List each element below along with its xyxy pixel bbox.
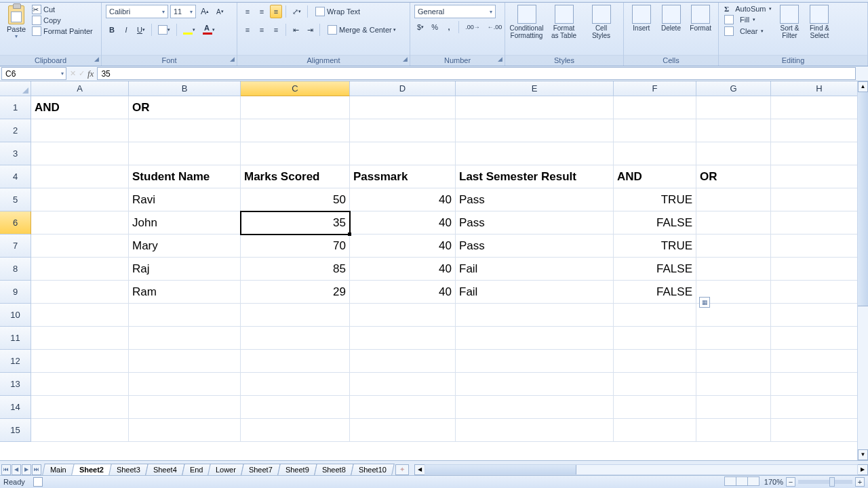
cell-B6[interactable]: John (129, 211, 241, 235)
cell-C5[interactable]: 50 (241, 188, 350, 211)
cell-G14[interactable] (696, 396, 771, 419)
cell-G13[interactable] (696, 373, 771, 396)
cell-G6[interactable] (696, 211, 771, 235)
cell-H14[interactable] (771, 396, 868, 419)
cell-B5[interactable]: Ravi (129, 188, 241, 211)
cell-E9[interactable]: Fail (456, 281, 614, 304)
number-format-dropdown[interactable]: General▾ (414, 5, 496, 18)
tab-nav-next-icon[interactable]: ▶ (22, 464, 31, 475)
fill-button[interactable]: Fill ▾ (724, 15, 772, 24)
cell-B15[interactable] (129, 419, 241, 442)
cell-F5[interactable]: TRUE (614, 188, 696, 211)
sheet-tab-sheet2[interactable]: Sheet2 (71, 464, 112, 475)
name-box[interactable]: C6▾ (1, 67, 66, 80)
cell-A5[interactable] (31, 188, 129, 211)
cell-F12[interactable] (614, 350, 696, 373)
cell-H13[interactable] (771, 373, 868, 396)
cell-E10[interactable] (456, 304, 614, 327)
cell-F8[interactable]: FALSE (614, 258, 696, 281)
cell-C9[interactable]: 29 (241, 281, 350, 304)
cell-G1[interactable] (696, 96, 771, 119)
cell-F14[interactable] (614, 396, 696, 419)
dialog-launcher-icon[interactable]: ◢ (94, 56, 99, 62)
dialog-launcher-icon[interactable]: ◢ (403, 56, 408, 62)
column-header-E[interactable]: E (456, 81, 614, 96)
cell-B9[interactable]: Ram (129, 281, 241, 304)
cell-B13[interactable] (129, 373, 241, 396)
zoom-level[interactable]: 170% (764, 478, 783, 486)
row-header-5[interactable]: 5 (0, 188, 31, 211)
grow-font-button[interactable]: A▴ (198, 5, 212, 18)
vertical-scrollbar[interactable]: ▲ ▼ (857, 81, 868, 460)
cell-H12[interactable] (771, 350, 868, 373)
cell-C7[interactable]: 70 (241, 235, 350, 258)
sheet-tab-lower[interactable]: Lower (208, 464, 244, 475)
cell-G5[interactable] (696, 188, 771, 211)
cell-D2[interactable] (350, 119, 456, 142)
row-header-11[interactable]: 11 (0, 327, 31, 350)
cell-C8[interactable]: 85 (241, 258, 350, 281)
row-header-9[interactable]: 9 (0, 281, 31, 304)
column-header-F[interactable]: F (614, 81, 696, 96)
cell-G3[interactable] (696, 142, 771, 165)
sheet-tab-sheet8[interactable]: Sheet8 (314, 464, 353, 475)
cell-C6[interactable]: 35 (241, 211, 350, 235)
cell-H6[interactable] (771, 211, 868, 235)
align-left-button[interactable]: ≡ (241, 23, 254, 37)
cell-B10[interactable] (129, 304, 241, 327)
cell-C11[interactable] (241, 327, 350, 350)
tab-nav-first-icon[interactable]: ⏮ (1, 464, 11, 475)
cell-E6[interactable]: Pass (456, 211, 614, 235)
cell-D7[interactable]: 40 (350, 235, 456, 258)
accounting-format-button[interactable]: $▾ (414, 20, 427, 34)
cell-E7[interactable]: Pass (456, 235, 614, 258)
comma-format-button[interactable]: , (443, 20, 455, 34)
horizontal-scrollbar[interactable]: ◀▶ (414, 464, 868, 475)
cell-E14[interactable] (456, 396, 614, 419)
cell-A6[interactable] (31, 211, 129, 235)
cell-C14[interactable] (241, 396, 350, 419)
cell-B3[interactable] (129, 142, 241, 165)
cell-E13[interactable] (456, 373, 614, 396)
row-header-12[interactable]: 12 (0, 350, 31, 373)
row-header-8[interactable]: 8 (0, 258, 31, 281)
row-header-7[interactable]: 7 (0, 235, 31, 258)
cell-B2[interactable] (129, 119, 241, 142)
format-cells-button[interactable]: Format (686, 4, 715, 32)
cell-C4[interactable]: Marks Scored (241, 165, 350, 188)
cell-D3[interactable] (350, 142, 456, 165)
cell-H1[interactable] (771, 96, 868, 119)
sheet-tab-sheet4[interactable]: Sheet4 (145, 464, 184, 475)
cell-G15[interactable] (696, 419, 771, 442)
cell-B1[interactable]: OR (129, 96, 241, 119)
cell-A10[interactable] (31, 304, 129, 327)
sheet-tab-end[interactable]: End (182, 464, 211, 475)
align-right-button[interactable]: ≡ (270, 23, 282, 37)
cell-styles-button[interactable]: Cell Styles (583, 4, 620, 39)
find-select-button[interactable]: Find & Select (804, 4, 834, 39)
cell-A12[interactable] (31, 350, 129, 373)
cell-G12[interactable] (696, 350, 771, 373)
align-center-button[interactable]: ≡ (256, 23, 268, 37)
percent-format-button[interactable]: % (429, 20, 441, 34)
cell-G8[interactable] (696, 258, 771, 281)
cell-G7[interactable] (696, 235, 771, 258)
merge-center-button[interactable]: Merge & Center ▾ (323, 23, 400, 37)
row-header-4[interactable]: 4 (0, 165, 31, 188)
cell-B8[interactable]: Raj (129, 258, 241, 281)
cell-C13[interactable] (241, 373, 350, 396)
cell-B11[interactable] (129, 327, 241, 350)
fill-color-button[interactable]: ▾ (180, 23, 198, 37)
cut-button[interactable]: ✂Cut (32, 5, 93, 14)
cell-A9[interactable] (31, 281, 129, 304)
tab-nav-prev-icon[interactable]: ◀ (12, 464, 21, 475)
sheet-tab-sheet3[interactable]: Sheet3 (108, 464, 148, 475)
column-header-B[interactable]: B (129, 81, 241, 96)
cell-F7[interactable]: TRUE (614, 235, 696, 258)
align-bottom-button[interactable]: ≡ (270, 5, 282, 18)
cell-F3[interactable] (614, 142, 696, 165)
shrink-font-button[interactable]: A▾ (214, 5, 226, 18)
cell-C1[interactable] (241, 96, 350, 119)
cell-H11[interactable] (771, 327, 868, 350)
cell-A2[interactable] (31, 119, 129, 142)
